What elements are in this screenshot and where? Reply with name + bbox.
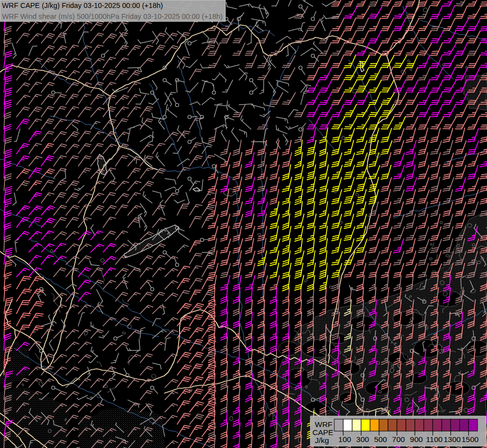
svg-text:J/kg: J/kg — [315, 436, 329, 445]
svg-text:900: 900 — [410, 435, 423, 444]
svg-text:300: 300 — [356, 435, 369, 444]
svg-text:1500: 1500 — [462, 435, 479, 444]
svg-text:700: 700 — [392, 435, 405, 444]
svg-text:WRF Wind shear (m/s) 500/1000h: WRF Wind shear (m/s) 500/1000hPa Friday … — [2, 12, 223, 20]
svg-text:WRF CAPE (J/kg) Friday 03-10-2: WRF CAPE (J/kg) Friday 03-10-2025 00:00 … — [2, 1, 163, 9]
svg-text:1100: 1100 — [426, 435, 443, 444]
svg-text:CAPE: CAPE — [312, 428, 333, 437]
svg-text:WRF: WRF — [315, 420, 332, 429]
svg-text:1300: 1300 — [444, 435, 461, 444]
svg-text:100: 100 — [338, 435, 351, 444]
svg-text:500: 500 — [374, 435, 387, 444]
